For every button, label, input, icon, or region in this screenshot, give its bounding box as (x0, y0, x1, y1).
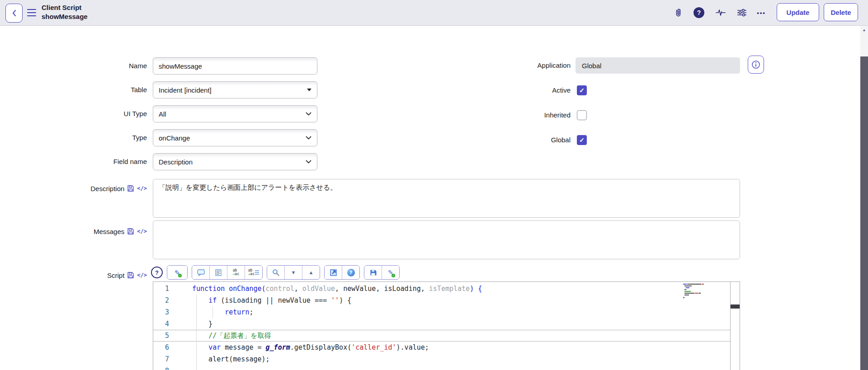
open-fullscreen-button[interactable] (325, 266, 342, 279)
application-label: Application (407, 60, 571, 71)
code-line-6[interactable]: 6 var message = g_form.getDisplayBox('ca… (153, 342, 740, 353)
line-number: 8 (153, 365, 175, 370)
code-line-4[interactable]: 4 } (153, 318, 740, 330)
checkbox-label-global: Global (407, 135, 571, 145)
field-label-name: Name (0, 57, 147, 75)
checkbox-label-inherited: Inherited (407, 110, 571, 121)
script-code-editor[interactable]: 1function onChange(control, oldValue, ne… (153, 281, 740, 370)
checkbox-global[interactable] (577, 135, 587, 145)
save-translated-icon[interactable] (127, 228, 134, 235)
format-code-button[interactable] (209, 266, 227, 279)
search-button[interactable] (267, 266, 284, 279)
back-button[interactable] (5, 4, 23, 23)
page-title: Client Script showMessage (42, 3, 88, 21)
description-textarea[interactable]: 「説明」を変更したら画面上部にアラートを表示させる。 (153, 179, 740, 218)
field-label-ui-type: UI Type (0, 105, 147, 122)
code-line-2[interactable]: 2 if (isLoading || newValue === '') { (153, 295, 740, 306)
page-scrollbar[interactable]: ▲ (860, 26, 868, 370)
script-label-row: Script </> (0, 270, 147, 280)
scroll-up-arrow-icon[interactable]: ▲ (860, 26, 868, 34)
code-minimap (682, 283, 715, 300)
toolbar-group: ✎✓ (364, 265, 400, 280)
record-type: Client Script (42, 3, 88, 12)
toolbar-group: ✎✓ (167, 265, 188, 280)
dropdown-caret-icon (306, 160, 311, 164)
update-button[interactable]: Update (777, 3, 819, 21)
code-line-5[interactable]: 5 //「起票者」を取得 (153, 330, 740, 342)
form-header: Client Script showMessage ? ••• Update D… (0, 0, 868, 26)
select-field-name[interactable]: Description (153, 153, 317, 170)
code-text: alert(message); (175, 353, 270, 365)
client-script-form: NameshowMessageTableIncident [incident]U… (0, 26, 860, 370)
replace-button[interactable]: ab⇒ac (227, 266, 245, 279)
code-icon[interactable]: </> (137, 228, 147, 234)
dropdown-caret-icon (307, 89, 311, 91)
select-ui-type[interactable]: All (153, 105, 317, 122)
save-translated-icon[interactable] (127, 185, 134, 192)
line-number: 3 (153, 306, 175, 318)
code-icon[interactable]: </> (137, 185, 147, 192)
context-menu-icon[interactable] (27, 9, 36, 16)
toolbar-group: ab⇒acab⇒ac (192, 265, 263, 280)
line-number: 2 (153, 295, 175, 306)
save-script-button[interactable] (364, 266, 382, 279)
code-text (175, 365, 192, 370)
dropdown-caret-icon (306, 112, 311, 116)
field-label-field-name: Field name (0, 153, 147, 170)
description-label: Description (90, 185, 124, 192)
code-text: } (175, 318, 212, 330)
toggle-syntax-editor-button[interactable]: ✎✓ (167, 266, 187, 279)
input-name[interactable]: showMessage (153, 57, 317, 75)
help-icon[interactable]: ? (692, 5, 706, 20)
find-previous-button[interactable]: ▲ (302, 266, 320, 279)
delete-button[interactable]: Delete (824, 3, 858, 21)
messages-label: Messages (94, 228, 124, 235)
code-line-8[interactable]: 8 (153, 365, 740, 370)
code-text: //「起票者」を取得 (175, 330, 271, 342)
select-table[interactable]: Incident [incident] (153, 81, 317, 98)
application-info-button[interactable] (748, 56, 764, 74)
messages-label-row: Messages </> (0, 226, 147, 236)
more-options-icon[interactable]: ••• (754, 5, 769, 20)
code-line-3[interactable]: 3 return; (153, 306, 740, 318)
script-help-icon[interactable]: ? (151, 267, 163, 278)
application-field: Global (576, 57, 740, 74)
checkbox-inherited[interactable] (577, 110, 587, 120)
record-name: showMessage (42, 12, 88, 21)
messages-textarea[interactable] (153, 220, 740, 259)
code-line-1[interactable]: 1function onChange(control, oldValue, ne… (153, 283, 740, 295)
indent-guide (196, 295, 197, 370)
editor-help-button[interactable]: ? (342, 266, 359, 279)
code-text: function onChange(control, oldValue, new… (175, 283, 482, 295)
line-number: 4 (153, 318, 175, 330)
dropdown-caret-icon (306, 136, 311, 140)
syntax-check-button[interactable]: ✎✓ (382, 266, 399, 279)
line-number: 7 (153, 353, 175, 365)
replace-all-button[interactable]: ab⇒ac (245, 266, 262, 279)
code-icon[interactable]: </> (137, 272, 147, 278)
indent-guide (212, 306, 213, 318)
editor-scrollbar-thumb[interactable] (731, 304, 740, 309)
save-translated-icon[interactable] (127, 272, 134, 279)
toggle-comment-button[interactable] (192, 266, 209, 279)
code-text: return; (175, 306, 253, 318)
script-editor-toolbar: ? ✎✓ab⇒acab⇒ac▼▲?✎✓ (151, 265, 400, 280)
chevron-left-icon (12, 9, 17, 17)
page-scrollbar-thumb[interactable] (860, 56, 868, 370)
description-label-row: Description </> (0, 183, 147, 193)
code-line-7[interactable]: 7 alert(message); (153, 353, 740, 365)
attachment-icon[interactable] (671, 5, 685, 20)
checkbox-label-active: Active (407, 85, 571, 96)
line-number: 5 (153, 330, 175, 342)
line-number: 6 (153, 342, 175, 353)
activity-stream-icon[interactable] (713, 5, 728, 20)
toolbar-group: ▼▲ (267, 265, 320, 280)
personalize-form-icon[interactable] (735, 5, 749, 20)
find-next-button[interactable]: ▼ (284, 266, 302, 279)
checkbox-active[interactable] (577, 85, 587, 95)
code-text: var message = g_form.getDisplayBox('call… (175, 342, 429, 353)
select-type[interactable]: onChange (153, 129, 317, 146)
field-label-table: Table (0, 81, 147, 98)
field-label-type: Type (0, 129, 147, 146)
editor-scrollbar[interactable] (730, 282, 740, 370)
